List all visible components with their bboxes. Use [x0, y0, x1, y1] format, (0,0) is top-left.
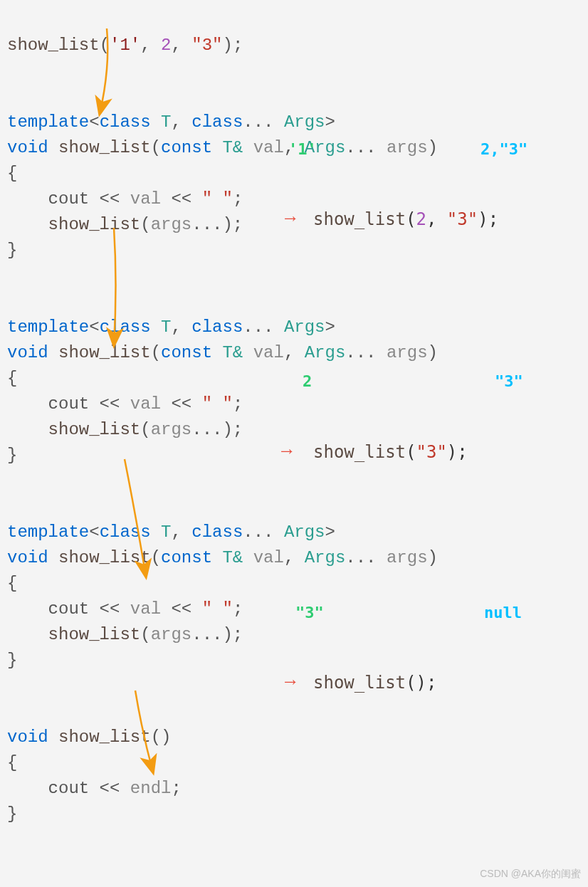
annotation-args-3: null [484, 601, 522, 624]
red-arrow-2: → [281, 438, 293, 466]
annotation-args-1: 2,"3" [481, 137, 527, 161]
annotation-val-3: "3" [295, 601, 324, 624]
call-label-2: show_list("3"); [313, 439, 468, 465]
template-kw-3: template [7, 523, 89, 542]
fn-call-top: show_list [7, 36, 100, 55]
red-arrow-3: → [285, 668, 296, 696]
watermark: CSDN @AKA你的闺蜜 [480, 866, 581, 881]
code-snippet: show_list('1', 2, "3"); template<class T… [7, 7, 581, 827]
call-label-1: show_list(2, "3"); [313, 206, 498, 232]
annotation-args-2: "3" [495, 369, 523, 393]
annotation-val-2: 2 [303, 369, 312, 393]
annotation-val-1: '1' [288, 137, 317, 161]
template-kw-2: template [7, 317, 89, 337]
call-label-3: show_list(); [313, 670, 436, 696]
template-kw-1: template [7, 112, 89, 132]
red-arrow-1: → [285, 205, 296, 233]
